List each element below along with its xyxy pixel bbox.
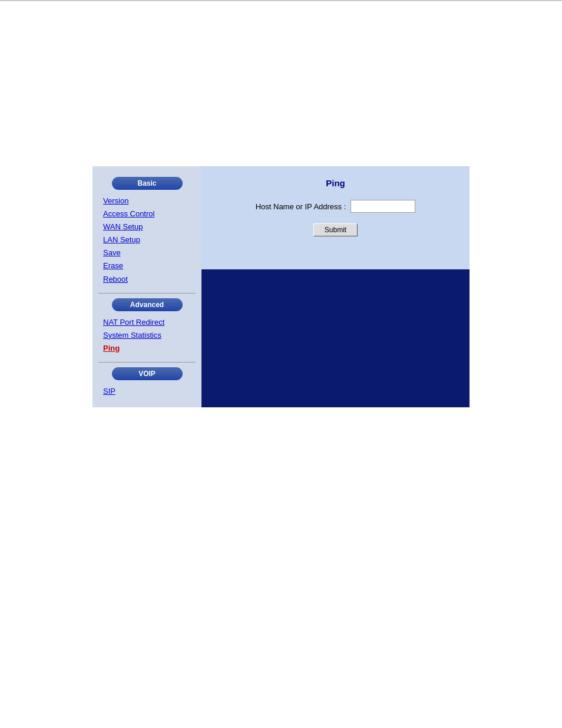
sidebar: Basic Version Access Control WAN Setup L… bbox=[92, 166, 201, 407]
sidebar-item-sip[interactable]: SIP bbox=[103, 385, 201, 398]
content-bottom bbox=[201, 269, 470, 407]
submit-button[interactable]: Submit bbox=[313, 223, 358, 236]
sidebar-item-system-statistics[interactable]: System Statistics bbox=[103, 329, 201, 342]
sidebar-item-reboot[interactable]: Reboot bbox=[103, 273, 201, 286]
sidebar-divider-1 bbox=[98, 293, 196, 294]
host-input[interactable] bbox=[351, 200, 415, 213]
sidebar-item-lan-setup[interactable]: LAN Setup bbox=[103, 233, 201, 246]
advanced-section-button: Advanced bbox=[112, 298, 183, 311]
page-wrapper: Basic Version Access Control WAN Setup L… bbox=[0, 1, 562, 443]
sidebar-item-save[interactable]: Save bbox=[103, 246, 201, 259]
basic-section-button: Basic bbox=[112, 177, 183, 190]
host-input-row: Host Name or IP Address : bbox=[219, 200, 452, 213]
sidebar-item-access-control[interactable]: Access Control bbox=[103, 207, 201, 220]
basic-links: Version Access Control WAN Setup LAN Set… bbox=[92, 193, 201, 289]
sidebar-item-version[interactable]: Version bbox=[103, 195, 201, 207]
content-top: Ping Host Name or IP Address : Submit bbox=[201, 166, 470, 269]
sidebar-divider-2 bbox=[98, 362, 196, 363]
page-title: Ping bbox=[219, 178, 452, 188]
sidebar-item-wan-setup[interactable]: WAN Setup bbox=[103, 220, 201, 233]
content-area: Ping Host Name or IP Address : Submit bbox=[201, 166, 470, 407]
sidebar-item-ping[interactable]: Ping bbox=[103, 342, 201, 355]
voip-section-button: VOIP bbox=[112, 367, 183, 380]
sidebar-item-nat-port-redirect[interactable]: NAT Port Redirect bbox=[103, 316, 201, 329]
advanced-links: NAT Port Redirect System Statistics Ping bbox=[92, 315, 201, 358]
sidebar-item-erase[interactable]: Erase bbox=[103, 259, 201, 272]
host-label: Host Name or IP Address : bbox=[256, 202, 346, 211]
main-container: Basic Version Access Control WAN Setup L… bbox=[92, 166, 470, 407]
submit-row: Submit bbox=[219, 223, 452, 236]
voip-links: SIP bbox=[92, 384, 201, 401]
